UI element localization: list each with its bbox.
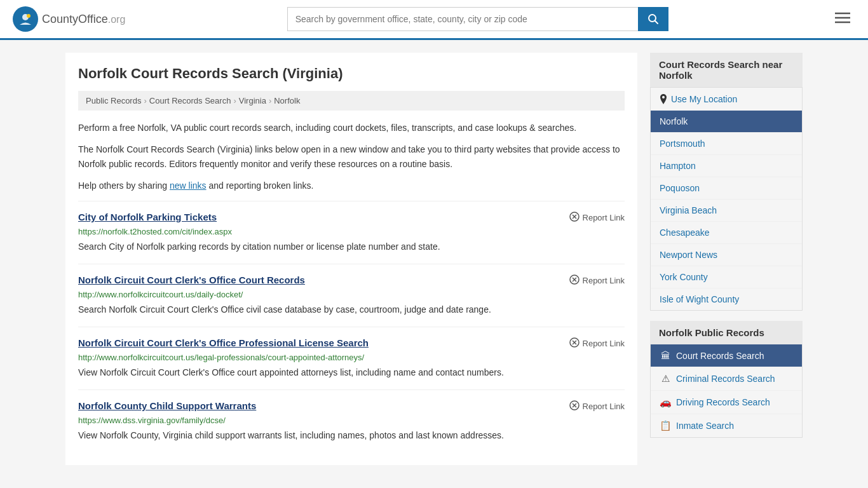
result-item: City of Norfolk Parking Tickets Report L…	[78, 201, 625, 264]
result-title-0[interactable]: City of Norfolk Parking Tickets	[78, 212, 217, 222]
description-1: Perform a free Norfolk, VA public court …	[78, 121, 625, 135]
location-pin-icon	[660, 94, 667, 104]
nearby-link-2[interactable]: Hampton	[651, 155, 802, 177]
nearby-list-item-6: Newport News	[651, 244, 802, 266]
report-link-button-3[interactable]: Report Link	[569, 400, 625, 413]
public-records-icon-3: 📋	[660, 420, 671, 431]
result-title-2[interactable]: Norfolk Circuit Court Clerk's Office Pro…	[78, 337, 369, 348]
result-item: Norfolk Circuit Court Clerk's Office Pro…	[78, 327, 625, 390]
nearby-link-8[interactable]: Isle of Wight County	[651, 288, 802, 310]
nearby-link-1[interactable]: Portsmouth	[651, 133, 802, 154]
nearby-list: NorfolkPortsmouthHamptonPoquosonVirginia…	[650, 111, 803, 311]
report-link-button-2[interactable]: Report Link	[569, 337, 625, 350]
result-url-0: https://norfolk.t2hosted.com/cit/index.a…	[78, 227, 625, 236]
nearby-list-item-1: Portsmouth	[651, 133, 802, 155]
description-2: The Norfolk Court Records Search (Virgin…	[78, 142, 625, 171]
public-records-list: 🏛Court Records Search⚠Criminal Records S…	[650, 344, 803, 438]
report-link-button-0[interactable]: Report Link	[569, 212, 625, 224]
result-desc-0: Search City of Norfolk parking records b…	[78, 240, 625, 254]
logo-text: CountyOffice.org	[42, 13, 125, 26]
main-container: Norfolk Court Records Search (Virginia) …	[53, 40, 815, 478]
result-title-3[interactable]: Norfolk County Child Support Warrants	[78, 400, 256, 411]
result-url-3: https://www.dss.virginia.gov/family/dcse…	[78, 416, 625, 425]
public-records-label-3: Inmate Search	[676, 421, 734, 431]
public-records-icon-0: 🏛	[660, 350, 671, 361]
report-icon-1	[569, 274, 580, 287]
nearby-link-6[interactable]: Newport News	[651, 244, 802, 266]
search-button[interactable]	[638, 7, 668, 31]
nearby-section: Court Records Search near Norfolk Use My…	[650, 53, 803, 311]
use-my-location-link[interactable]: Use My Location	[671, 94, 737, 104]
public-records-label-2: Driving Records Search	[676, 397, 770, 407]
nearby-list-item-3: Poquoson	[651, 177, 802, 200]
nearby-link-4[interactable]: Virginia Beach	[651, 200, 802, 221]
nearby-link-0[interactable]: Norfolk	[651, 111, 802, 132]
results-container: City of Norfolk Parking Tickets Report L…	[78, 201, 625, 452]
nearby-list-item-5: Chesapeake	[651, 222, 802, 244]
result-url-1: http://www.norfolkcircuitcourt.us/daily-…	[78, 290, 625, 299]
public-records-item-2[interactable]: 🚗Driving Records Search	[651, 391, 802, 414]
description-3: Help others by sharing new links and rep…	[78, 179, 625, 193]
report-icon-0	[569, 212, 580, 224]
nearby-header: Court Records Search near Norfolk	[650, 53, 803, 87]
result-title-1[interactable]: Norfolk Circuit Court Clerk's Office Cou…	[78, 274, 305, 285]
breadcrumb-norfolk: Norfolk	[274, 96, 300, 105]
breadcrumb-virginia[interactable]: Virginia	[239, 96, 266, 105]
public-records-icon-2: 🚗	[660, 396, 671, 408]
svg-line-4	[654, 21, 658, 24]
nearby-list-item-2: Hampton	[651, 155, 802, 177]
result-desc-3: View Norfolk County, Virginia child supp…	[78, 429, 625, 442]
public-records-icon-1: ⚠	[660, 373, 671, 384]
public-records-label-1: Criminal Records Search	[676, 374, 775, 384]
report-link-button-1[interactable]: Report Link	[569, 274, 625, 287]
sidebar: Court Records Search near Norfolk Use My…	[650, 53, 803, 465]
header: CountyOffice.org	[0, 0, 868, 40]
nearby-list-item-7: York County	[651, 266, 802, 288]
page-title: Norfolk Court Records Search (Virginia)	[78, 65, 625, 82]
result-item: Norfolk County Child Support Warrants Re…	[78, 390, 625, 452]
use-location-row: Use My Location	[650, 87, 803, 111]
svg-point-2	[27, 14, 31, 18]
breadcrumb-court-records[interactable]: Court Records Search	[149, 96, 231, 105]
public-records-label-0: Court Records Search	[676, 351, 764, 361]
logo-icon	[13, 6, 38, 32]
nearby-link-3[interactable]: Poquoson	[651, 177, 802, 199]
logo-area: CountyOffice.org	[13, 6, 125, 32]
public-records-item-0[interactable]: 🏛Court Records Search	[651, 344, 802, 367]
nearby-list-item-8: Isle of Wight County	[651, 288, 802, 310]
report-icon-3	[569, 400, 580, 413]
nearby-list-item-4: Virginia Beach	[651, 200, 802, 222]
search-input[interactable]	[287, 7, 638, 31]
breadcrumb-public-records[interactable]: Public Records	[86, 96, 141, 105]
report-icon-2	[569, 337, 580, 350]
result-desc-2: View Norfolk Circuit Court Clerk's Offic…	[78, 366, 625, 379]
public-records-item-3[interactable]: 📋Inmate Search	[651, 414, 802, 437]
nearby-link-7[interactable]: York County	[651, 266, 802, 288]
public-records-section: Norfolk Public Records 🏛Court Records Se…	[650, 321, 803, 438]
result-desc-1: Search Norfolk Circuit Court Clerk's Off…	[78, 303, 625, 316]
hamburger-menu-button[interactable]	[830, 8, 855, 30]
svg-point-20	[662, 96, 665, 98]
breadcrumb: Public Records › Court Records Search › …	[78, 91, 625, 111]
content-area: Norfolk Court Records Search (Virginia) …	[65, 53, 637, 465]
search-area	[287, 7, 668, 31]
result-url-2: http://www.norfolkcircuitcourt.us/legal-…	[78, 353, 625, 362]
public-records-header: Norfolk Public Records	[650, 321, 803, 344]
nearby-list-item-0: Norfolk	[651, 111, 802, 133]
public-records-item-1[interactable]: ⚠Criminal Records Search	[651, 367, 802, 391]
result-item: Norfolk Circuit Court Clerk's Office Cou…	[78, 264, 625, 327]
new-links-link[interactable]: new links	[170, 180, 207, 191]
nearby-link-5[interactable]: Chesapeake	[651, 222, 802, 243]
